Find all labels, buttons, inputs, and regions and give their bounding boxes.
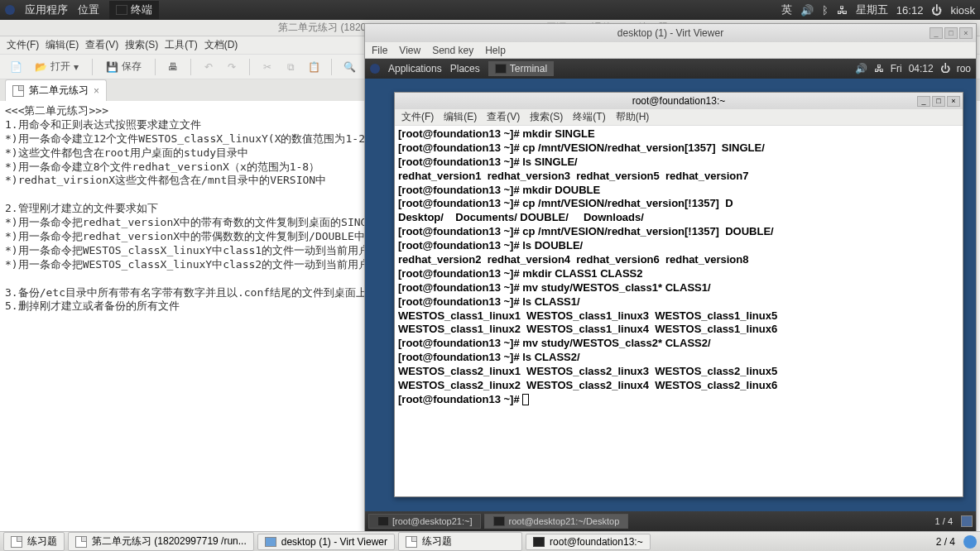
- undo-icon[interactable]: ↶: [199, 58, 218, 76]
- guest-task-1[interactable]: [root@desktop21:~]: [368, 514, 481, 529]
- gedit-menu-tools[interactable]: 工具(T): [165, 38, 197, 52]
- term-menu-help[interactable]: 帮助(H): [616, 110, 650, 124]
- bluetooth-icon[interactable]: ᛒ: [822, 4, 829, 17]
- tab-close-icon[interactable]: ×: [94, 85, 99, 97]
- host-user[interactable]: kiosk: [950, 4, 975, 17]
- host-task-5[interactable]: root@foundation13:~: [526, 534, 651, 550]
- guest-menu-places[interactable]: Places: [450, 63, 480, 74]
- print-icon[interactable]: 🖶: [164, 58, 182, 76]
- terminal-icon: [533, 537, 545, 547]
- guest-network-icon[interactable]: 🖧: [874, 63, 884, 74]
- term-menu-view[interactable]: 查看(V): [487, 110, 520, 124]
- network-icon[interactable]: 🖧: [837, 4, 848, 17]
- cut-icon[interactable]: ✂: [258, 58, 276, 76]
- host-task-4-label: 练习题: [422, 534, 452, 549]
- terminal-menubar: 文件(F) 编辑(E) 查看(V) 搜索(S) 终端(T) 帮助(H): [395, 109, 963, 126]
- guest-volume-icon[interactable]: 🔊: [855, 63, 867, 74]
- minimize-icon[interactable]: _: [917, 96, 930, 107]
- host-workspace-indicator[interactable]: 2 / 4: [936, 536, 955, 548]
- virt-menu-sendkey[interactable]: Send key: [432, 45, 473, 56]
- guest-task-2[interactable]: root@desktop21:~/Desktop: [484, 514, 628, 529]
- open-button-label: 打开: [50, 60, 70, 74]
- virt-titlebar[interactable]: desktop (1) - Virt Viewer _ □ ×: [365, 24, 976, 42]
- guest-panel-terminal[interactable]: Terminal: [488, 61, 554, 76]
- guest-menu-applications[interactable]: Applications: [388, 63, 442, 74]
- maximize-icon[interactable]: □: [944, 27, 958, 39]
- gedit-menu-search[interactable]: 搜索(S): [125, 38, 158, 52]
- guest-taskbar: [root@desktop21:~] root@desktop21:~/Desk…: [365, 511, 976, 531]
- term-menu-terminal[interactable]: 终端(T): [573, 110, 605, 124]
- find-icon[interactable]: 🔍: [340, 58, 358, 76]
- host-menu-places[interactable]: 位置: [78, 2, 99, 17]
- guest-user[interactable]: roo: [957, 63, 971, 74]
- gedit-menu-documents[interactable]: 文档(D): [204, 38, 238, 52]
- toolbar-separator: [92, 59, 93, 75]
- host-task-2[interactable]: 第二单元练习 (18202997719 /run...: [68, 532, 254, 551]
- fedora-logo-icon: [5, 5, 15, 15]
- terminal-prompt: [root@foundation13 ~]#: [398, 393, 522, 405]
- document-icon: [12, 85, 24, 97]
- logout-icon[interactable]: ⏻: [931, 4, 942, 17]
- gedit-tab[interactable]: 第二单元练习 ×: [5, 79, 107, 101]
- show-desktop-icon[interactable]: [963, 535, 977, 549]
- host-date[interactable]: 星期五: [856, 2, 888, 17]
- copy-icon[interactable]: ⧉: [281, 58, 300, 76]
- guest-workspace-indicator[interactable]: 1 / 4: [935, 516, 958, 526]
- virt-menu-view[interactable]: View: [399, 45, 420, 56]
- gedit-menu-edit[interactable]: 编辑(E): [46, 38, 79, 52]
- redo-icon[interactable]: ↷: [223, 58, 241, 76]
- close-icon[interactable]: ×: [959, 27, 973, 39]
- terminal-icon: [377, 516, 389, 526]
- virt-viewer-window: desktop (1) - Virt Viewer _ □ × File Vie…: [364, 23, 977, 532]
- workspace-switcher-icon[interactable]: [961, 515, 973, 527]
- host-time[interactable]: 16:12: [896, 4, 924, 17]
- terminal-icon: [493, 516, 505, 526]
- guest-task-1-label: [root@desktop21:~]: [392, 516, 472, 526]
- term-menu-edit[interactable]: 编辑(E): [444, 110, 477, 124]
- terminal-titlebar[interactable]: root@foundation13:~ _ □ ×: [395, 93, 963, 109]
- input-method-indicator[interactable]: 英: [781, 2, 792, 17]
- guest-day[interactable]: Fri: [891, 63, 902, 74]
- document-icon: [75, 536, 87, 548]
- save-button[interactable]: 💾 保存: [101, 58, 147, 76]
- terminal-lines: [root@foundation13 ~]# mkdir SINGLE [roo…: [398, 127, 777, 391]
- cursor-icon: [522, 394, 529, 405]
- host-task-3-label: desktop (1) - Virt Viewer: [281, 536, 387, 548]
- paste-icon[interactable]: 📋: [305, 58, 323, 76]
- guest-top-panel: Applications Places Terminal 🔊 🖧 Fri 04:…: [365, 59, 976, 79]
- guest-desktop: Applications Places Terminal 🔊 🖧 Fri 04:…: [365, 59, 976, 531]
- terminal-output[interactable]: [root@foundation13 ~]# mkdir SINGLE [roo…: [395, 126, 963, 409]
- display-icon: [265, 537, 276, 547]
- toolbar-separator: [155, 59, 156, 75]
- host-task-1[interactable]: 练习题: [3, 532, 65, 551]
- virt-menu-file[interactable]: File: [372, 45, 387, 56]
- gedit-menu-file[interactable]: 文件(F): [7, 38, 39, 52]
- gedit-menu-view[interactable]: 查看(V): [85, 38, 118, 52]
- toolbar-separator: [331, 59, 332, 75]
- host-task-3[interactable]: desktop (1) - Virt Viewer: [257, 534, 395, 550]
- terminal-icon: [116, 5, 127, 15]
- document-icon: [11, 536, 22, 548]
- guest-logout-icon[interactable]: ⏻: [940, 63, 950, 74]
- new-file-icon[interactable]: 📄: [7, 58, 25, 76]
- document-icon: [406, 536, 417, 548]
- open-button[interactable]: 📂 打开 ▾: [30, 58, 84, 76]
- host-taskbar: 练习题 第二单元练习 (18202997719 /run... desktop …: [0, 531, 980, 551]
- toolbar-separator: [249, 59, 250, 75]
- host-task-2-label: 第二单元练习 (18202997719 /run...: [92, 534, 247, 549]
- terminal-icon: [495, 64, 507, 74]
- guest-time[interactable]: 04:12: [909, 63, 934, 74]
- host-task-4[interactable]: 练习题: [398, 532, 522, 551]
- maximize-icon[interactable]: □: [932, 96, 945, 107]
- term-menu-search[interactable]: 搜索(S): [530, 110, 563, 124]
- host-top-panel: 应用程序 位置 终端 英 🔊 ᛒ 🖧 星期五 16:12 ⏻ kiosk: [0, 0, 980, 20]
- close-icon[interactable]: ×: [947, 96, 960, 107]
- guest-task-2-label: root@desktop21:~/Desktop: [508, 516, 619, 526]
- volume-icon[interactable]: 🔊: [800, 4, 814, 17]
- virt-menu-help[interactable]: Help: [485, 45, 506, 56]
- host-menu-applications[interactable]: 应用程序: [25, 2, 68, 17]
- toolbar-separator: [190, 59, 191, 75]
- minimize-icon[interactable]: _: [930, 27, 943, 39]
- host-panel-terminal[interactable]: 终端: [109, 1, 159, 19]
- term-menu-file[interactable]: 文件(F): [401, 110, 434, 124]
